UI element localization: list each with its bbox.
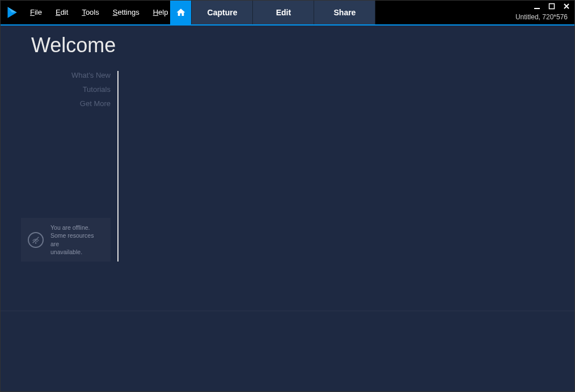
page-title: Welcome [31, 33, 574, 57]
minimize-icon [534, 3, 540, 10]
close-button[interactable] [562, 2, 571, 11]
menu-tools[interactable]: Tools [75, 1, 105, 24]
home-icon [176, 7, 186, 18]
svg-rect-1 [549, 4, 555, 9]
menu-file[interactable]: File [23, 1, 49, 24]
content-divider [1, 310, 574, 311]
play-logo-icon [5, 5, 19, 20]
window-controls [532, 2, 571, 11]
sidebar-item-whats-new[interactable]: What's New [71, 71, 111, 79]
offline-icon [28, 232, 44, 248]
welcome-sidebar: What's New Tutorials Get More Y [1, 71, 119, 262]
menu-settings[interactable]: Settings [106, 1, 146, 24]
menubar: File Edit Tools Settings Help [23, 1, 175, 24]
main-tabs: Capture Edit Share [170, 1, 375, 24]
offline-text: You are offline. Some resources are unav… [50, 224, 104, 256]
sidebar-item-tutorials[interactable]: Tutorials [83, 85, 111, 94]
app-logo[interactable] [1, 1, 23, 24]
offline-notice: You are offline. Some resources are unav… [21, 218, 111, 262]
tab-share[interactable]: Share [314, 1, 375, 24]
project-status: Untitled, 720*576 [515, 13, 568, 21]
app-window: File Edit Tools Settings Help Capture Ed… [0, 0, 575, 392]
tab-edit[interactable]: Edit [253, 1, 314, 24]
tab-home[interactable] [170, 1, 192, 24]
maximize-icon [548, 3, 555, 10]
content-area: Welcome What's New Tutorials Get More [1, 26, 574, 391]
maximize-button[interactable] [547, 2, 556, 11]
sidebar-item-get-more[interactable]: Get More [80, 99, 111, 108]
tab-capture[interactable]: Capture [192, 1, 253, 24]
svg-point-2 [35, 242, 36, 243]
minimize-button[interactable] [532, 2, 542, 11]
sidebar-links: What's New Tutorials Get More [1, 71, 117, 108]
menu-edit[interactable]: Edit [49, 1, 75, 24]
svg-rect-0 [534, 8, 540, 9]
titlebar: File Edit Tools Settings Help Capture Ed… [1, 1, 574, 24]
main-row: What's New Tutorials Get More Y [1, 71, 574, 262]
close-icon [563, 3, 570, 10]
